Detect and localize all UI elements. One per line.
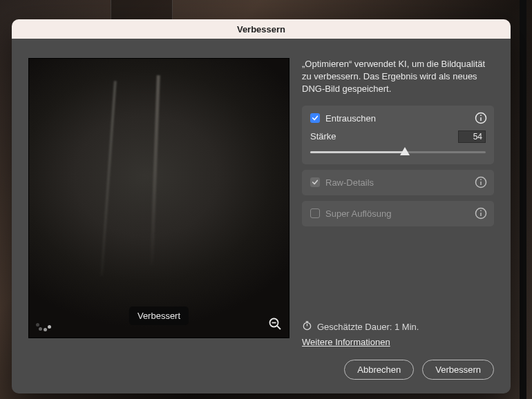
confirm-button[interactable]: Verbessern [422,360,494,380]
dialog-description: „Optimieren“ verwendet KI, um die Bildqu… [302,58,494,96]
raw-details-label: Raw-Details [325,177,374,188]
super-resolution-label: Super Auflösung [325,208,391,219]
svg-line-1 [277,326,281,329]
denoise-checkbox[interactable] [310,113,320,123]
denoise-panel: Entrauschen Stärke [302,106,494,164]
denoise-slider[interactable] [310,147,486,157]
cancel-button[interactable]: Abbrechen [344,360,414,380]
denoise-info-icon[interactable] [475,112,487,124]
preview-column: Verbessert [28,58,289,347]
more-info-link[interactable]: Weitere Informationen [302,337,390,347]
denoise-value-input[interactable] [458,130,486,143]
denoise-slider-label: Stärke [310,131,336,142]
preview-state-badge: Verbessert [129,306,189,325]
svg-point-5 [480,115,482,116]
enhance-dialog: Verbessern Verbessert „Optimieren“ verwe [12,19,511,393]
stopwatch-icon [302,320,312,333]
dialog-button-row: Abbrechen Verbessern [12,360,511,393]
raw-details-info-icon[interactable] [475,176,487,188]
denoise-label: Entrauschen [325,113,376,124]
raw-details-checkbox [310,177,320,187]
eta-label: Geschätzte Dauer: 1 Min. [317,322,419,332]
background-right-rail [520,0,526,399]
raw-details-panel: Raw-Details [302,170,494,195]
footer-info: Geschätzte Dauer: 1 Min. Weitere Informa… [302,320,494,347]
svg-point-8 [480,179,482,180]
super-resolution-info-icon[interactable] [475,207,487,220]
loading-spinner-icon [36,315,51,331]
super-resolution-checkbox [310,208,320,218]
preview-image[interactable]: Verbessert [28,58,289,338]
dialog-title: Verbessern [237,24,285,35]
super-resolution-panel: Super Auflösung [302,201,494,226]
dialog-content: Verbessert „Optimieren“ verwendet KI, um… [12,39,511,360]
dialog-titlebar: Verbessern [12,19,511,39]
svg-point-11 [480,210,482,211]
options-column: „Optimieren“ verwendet KI, um die Bildqu… [302,58,494,347]
zoom-out-icon[interactable] [268,317,282,331]
background-filmstrip-slot [111,0,173,19]
